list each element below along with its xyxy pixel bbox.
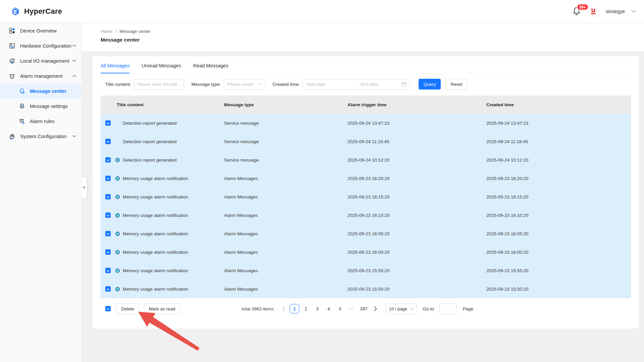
row-checkbox[interactable] xyxy=(105,176,111,181)
delete-button[interactable]: Delete xyxy=(116,303,139,314)
title-content-label: Title content: xyxy=(105,82,131,87)
start-date-placeholder: Start date xyxy=(306,82,347,87)
sidebar-item-label: Message center xyxy=(30,88,66,94)
sidebar-item-local-io-management[interactable]: Local I/O management xyxy=(0,53,82,68)
message-center-icon xyxy=(19,88,25,94)
row-title: Memory usage alarm notification xyxy=(123,287,224,292)
alarm-icon xyxy=(9,73,15,79)
row-created-time: 2025-09-23 16:10:20 xyxy=(486,213,631,218)
page-size-select[interactable]: 10 / page xyxy=(385,304,417,314)
app-root: HyperCare 99+ sinsegye xyxy=(0,0,644,362)
table-row[interactable]: Memory usage alarm notification Alarm Me… xyxy=(101,261,631,280)
alarm-rules-icon xyxy=(19,118,25,124)
avatar[interactable] xyxy=(588,6,599,17)
goto-page-input[interactable] xyxy=(439,304,457,314)
table-row[interactable]: Memory usage alarm notification Alarm Me… xyxy=(101,225,631,243)
row-title: Memory usage alarm notification xyxy=(123,231,224,236)
row-created-time: 2025-09-23 16:20:20 xyxy=(486,176,631,181)
table-row[interactable]: Detection report generated Service messa… xyxy=(101,114,631,132)
row-alarm-trigger-time: 2025-09-23 16:10:20 xyxy=(347,213,486,218)
table-row[interactable]: Memory usage alarm notification Alarm Me… xyxy=(101,243,631,261)
chevron-down-icon xyxy=(72,60,76,62)
pagination-page[interactable]: 397 xyxy=(358,304,369,313)
row-title: Memory usage alarm notification xyxy=(123,268,224,273)
sidebar-item-system-configuration[interactable]: System Configuration xyxy=(0,129,82,144)
row-checkbox[interactable] xyxy=(105,139,111,144)
row-title: Detection report generated xyxy=(123,158,224,163)
unread-dot-icon xyxy=(115,213,120,218)
username: sinsegye xyxy=(606,9,625,14)
sidebar-item-message-center[interactable]: Message center xyxy=(0,83,82,99)
row-title: Detection report generated xyxy=(123,121,224,126)
query-button[interactable]: Query xyxy=(419,79,441,89)
sidebar: Device Overview Hardware Configuration xyxy=(0,22,82,362)
tab-unread-messages[interactable]: Unread Messages xyxy=(142,63,181,73)
table-row[interactable]: Memory usage alarm notification Alarm Me… xyxy=(101,206,631,225)
select-all-checkbox[interactable] xyxy=(105,306,111,311)
pagination-next-icon[interactable] xyxy=(371,304,380,313)
sidebar-item-label: Alarm management xyxy=(20,73,63,79)
row-created-time: 2025-09-24 10:12:20 xyxy=(486,158,631,163)
pagination-page[interactable]: 5 xyxy=(335,304,345,313)
io-sync-icon xyxy=(9,58,15,64)
sidebar-item-alarm-rules[interactable]: Alarm rules xyxy=(0,114,82,129)
row-created-time: 2025-09-23 16:15:20 xyxy=(486,194,631,199)
chevron-down-icon xyxy=(410,308,414,310)
mark-as-read-button[interactable]: Mark as read xyxy=(144,303,180,314)
sidebar-item-message-settings[interactable]: Message settings xyxy=(0,99,82,114)
breadcrumb-home[interactable]: Home xyxy=(101,29,112,34)
row-message-type: Alarm Messages xyxy=(224,231,347,236)
row-checkbox[interactable] xyxy=(105,286,111,292)
row-checkbox[interactable] xyxy=(105,120,111,126)
row-created-time: 2025-09-23 15:55:20 xyxy=(486,268,631,273)
row-checkbox[interactable] xyxy=(105,213,111,218)
pagination-page[interactable]: 1 xyxy=(290,304,299,313)
pagination-page[interactable]: ••• xyxy=(347,304,356,313)
pagination-page[interactable]: 4 xyxy=(324,304,333,313)
row-message-type: Alarm Messages xyxy=(224,268,347,273)
row-checkbox[interactable] xyxy=(105,268,111,273)
sidebar-item-alarm-management[interactable]: Alarm management xyxy=(0,68,82,83)
row-alarm-trigger-time: 2025-09-23 16:05:20 xyxy=(347,231,486,236)
chevron-down-icon xyxy=(259,83,262,85)
title-content-input[interactable] xyxy=(134,79,184,89)
sidebar-collapse-handle[interactable] xyxy=(82,177,87,198)
sidebar-item-hardware-configuration[interactable]: Hardware Configuration xyxy=(0,38,82,53)
brand[interactable]: HyperCare xyxy=(10,5,62,17)
tab-read-messages[interactable]: Read Messages xyxy=(193,63,228,73)
pagination-prev-icon[interactable] xyxy=(279,304,288,313)
table-row[interactable]: Memory usage alarm notification Alarm Me… xyxy=(101,188,631,206)
reset-button[interactable]: Reset xyxy=(445,79,467,89)
row-created-time: 2025-09-23 16:05:20 xyxy=(486,231,631,236)
row-created-time: 2025-09-23 15:50:20 xyxy=(486,287,631,292)
row-created-time: 2025-09-23 16:00:20 xyxy=(486,250,631,255)
created-time-range-picker[interactable]: Start date → End date xyxy=(303,79,410,89)
table-row[interactable]: Memory usage alarm notification Alarm Me… xyxy=(101,280,631,298)
unread-dot-icon xyxy=(115,176,120,181)
tab-all-messages[interactable]: All Messages xyxy=(101,63,129,73)
notification-bell-icon[interactable]: 99+ xyxy=(572,6,581,16)
hardware-icon xyxy=(9,43,15,49)
table-row[interactable]: Memory usage alarm notification Alarm Me… xyxy=(101,169,631,188)
sidebar-item-label: System Configuration xyxy=(20,134,67,139)
row-checkbox[interactable] xyxy=(105,194,111,199)
sidebar-item-label: Device Overview xyxy=(20,28,57,34)
message-center-card: All Messages Unread Messages Read Messag… xyxy=(93,56,639,328)
pagination-page[interactable]: 3 xyxy=(313,304,322,313)
breadcrumb: Home / Message center xyxy=(101,29,644,34)
user-menu-chevron-icon[interactable] xyxy=(632,10,636,13)
unread-dot-icon xyxy=(115,158,120,162)
pagination-page[interactable]: 2 xyxy=(301,304,311,313)
row-checkbox[interactable] xyxy=(105,157,111,163)
sidebar-item-device-overview[interactable]: Device Overview xyxy=(0,23,82,38)
row-title: Memory usage alarm notification xyxy=(123,194,224,199)
message-type-select[interactable]: Please select xyxy=(224,79,265,89)
content-area: All Messages Unread Messages Read Messag… xyxy=(82,51,644,362)
row-message-type: Alarm Messages xyxy=(224,176,347,181)
table-row[interactable]: Detection report generated Service messa… xyxy=(101,132,631,151)
row-alarm-trigger-time: 2025-09-23 15:50:20 xyxy=(347,287,486,292)
table-row[interactable]: Detection report generated Service messa… xyxy=(101,151,631,169)
row-checkbox[interactable] xyxy=(105,231,111,236)
table-footer: Delete Mark as read total 3963 items 123… xyxy=(101,303,631,314)
row-checkbox[interactable] xyxy=(105,249,111,255)
